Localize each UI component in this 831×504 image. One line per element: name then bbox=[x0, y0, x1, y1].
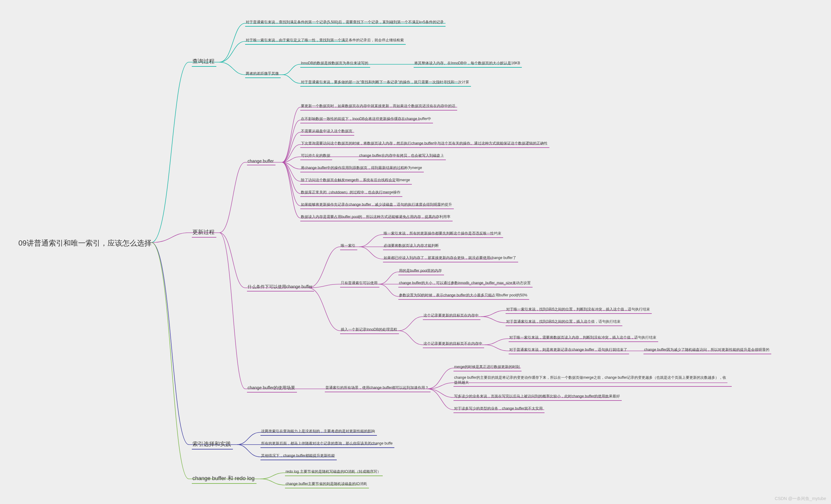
node-ins-out1: 对于唯一索引来说，需要将数据页读入内存，判断到没有冲突，插入这个值，语句执行结束 bbox=[509, 334, 658, 342]
node-sel2: 所有的更新后面，都马上伴随着对这个记录的查询，那么你应该关闭change buf… bbox=[260, 440, 394, 448]
node-uq: 唯一索引 bbox=[340, 242, 357, 250]
node-redo: change buffer 和 redo log bbox=[192, 474, 256, 484]
node-scene3: 写多读少的业务来说，页面在写完以后马上被访问到的概率比较小，此时change b… bbox=[454, 393, 622, 401]
node-only3: 参数设置为50的时候，表示change buffer的大小最多只能占用buffe… bbox=[398, 292, 529, 300]
node-only: 只有普通索引可以使用 bbox=[340, 280, 379, 288]
node-ins-in2: 对于普通索引来说，找到3和5之间的位置，插入这个值，语句执行结束 bbox=[506, 319, 622, 326]
node-cb8: 数据库正常关闭（shutdown）的过程中，也会执行merge操作 bbox=[300, 189, 402, 197]
node-update-process: 更新过程 bbox=[192, 228, 216, 238]
node-scene: change buffer的使用场景 bbox=[247, 385, 297, 392]
node-q1: 对于普通索引来说，查找到满足条件的第一个记录(5,500)后，需要查找下一个记录… bbox=[245, 19, 446, 27]
node-cb7: 除了访问这个数据页会触发merge外，系统有后台线程会定期merge bbox=[300, 177, 412, 185]
node-cb9: 如果能够将更新操作先记录在change buffer，减少读磁盘，语句的执行速度… bbox=[300, 202, 454, 209]
node-cb10: 数据读入内存是需要占用buffer pool的，所以这种方式还能够避免占用内存，… bbox=[300, 214, 453, 221]
node-ins-out2: 对于普通索引来说，则是将更新记录在change buffer，语句执行就结束了 bbox=[509, 347, 629, 354]
node-sel3: 其他情况下，change buffer都能提升更新性能 bbox=[260, 452, 337, 460]
node-cb4: 下次查询需要访问这个数据页的时候，将数据页读入内存，然后执行change buf… bbox=[300, 140, 549, 148]
node-cb2: 在不影响数据一致性的前提下，InooDB会将这些更新操作缓存在change bu… bbox=[300, 116, 433, 123]
node-scene1: merge的时候是真正进行数据更新的时刻 bbox=[454, 364, 521, 372]
node-sel: 索引选择和实践 bbox=[192, 440, 233, 449]
node-sel1: 这两类索引在查询能力上是没差别的，主要考虑的是对更新性能的影响 bbox=[260, 428, 377, 436]
node-q3: 两者的差距微乎其微 bbox=[245, 70, 281, 78]
mindmap-svg bbox=[0, 0, 831, 504]
watermark: CSDN @一条闲鱼_mytube bbox=[775, 496, 826, 502]
node-uq1: 唯一索引来说，所有的更新操作都要先判断这个操作是否违反唯一性约束 bbox=[383, 230, 503, 238]
node-redo1: redo log 主要节省的是随机写磁盘的IO消耗（转成顺序写） bbox=[285, 469, 383, 476]
node-change-buffer: change buffer bbox=[247, 158, 276, 165]
node-cb5: 可以持久化的数据 bbox=[300, 152, 332, 160]
node-q31: InnoDB的数据是按数据页为单位来读写的 bbox=[300, 60, 370, 68]
node-scene2: change buffer的主要目的就是将记录的变更动作缓存下来，所以在一个数据… bbox=[454, 375, 732, 387]
node-scene4: 对于读多写少的类型的业务，change buffer就不太实用 bbox=[454, 406, 545, 413]
node-ins-in: 这个记录要更新的目标页在内存中 bbox=[423, 312, 481, 320]
node-uq3: 如果都已经读入到内存了，那直接更新内存会更快，就没必要使用change buff… bbox=[383, 255, 518, 262]
node-query-process: 查询过程 bbox=[192, 57, 216, 67]
node-cond: 什么条件下可以使用change buffer bbox=[247, 284, 314, 292]
node-ins-out2b: change buffer因为减少了随机磁盘访问，所以对更新性能的提升是会很明显… bbox=[643, 347, 771, 354]
node-cb5b: change buffer在内存中有拷贝，也会被写入到磁盘上 bbox=[359, 152, 446, 160]
node-uq2: 必须要将数据页读入内存才能判断 bbox=[383, 242, 441, 250]
node-redo2: change buffer主要节省的则是随机读磁盘的IO消耗 bbox=[285, 481, 369, 488]
root-node: 09讲普通索引和唯一索引，应该怎么选择 bbox=[18, 238, 153, 249]
node-q2: 对于唯一索引来说，由于索引定义了唯一性，查找到第一个满足条件的记录后，就会停止继… bbox=[245, 37, 406, 45]
node-cb3: 不需要从磁盘中读入这个数据页 bbox=[300, 128, 354, 136]
node-ins-in1: 对于唯一索引来说，找到3和5之间的位置，判断到没有冲突，插入这个值，语句执行结束 bbox=[506, 306, 652, 314]
node-cb6: 将change buffer中的操作应用到原数据页，得到最新结果的过程称为mer… bbox=[300, 165, 424, 172]
node-ins: 插入一个新记录InnoDB的处理流程 bbox=[340, 326, 399, 334]
node-only2: change buffer的大小，可以通过参数innodb_change_buf… bbox=[398, 280, 533, 288]
node-only1: 用的是buffer pool里的内存 bbox=[398, 268, 444, 275]
node-cb1: 要更新一个数据页时，如果数据页在内存中就直接更新，而如果这个数据页还没有在内存中… bbox=[300, 103, 457, 111]
node-q31b: 将其整体读入内存。在InnoDB中，每个数据页的大小默认是16KB bbox=[414, 60, 522, 68]
node-ins-out: 这个记录要更新的目标页不在内存中 bbox=[423, 340, 484, 348]
node-q32: 对于普通索引来说，要多做的那一次"查找和判断下一条记录"的操作，就只需要一次指针… bbox=[300, 79, 471, 87]
node-scene-q: 普通索引的所有场景，使用change buffer都可以起到加速作用？ bbox=[325, 385, 431, 392]
